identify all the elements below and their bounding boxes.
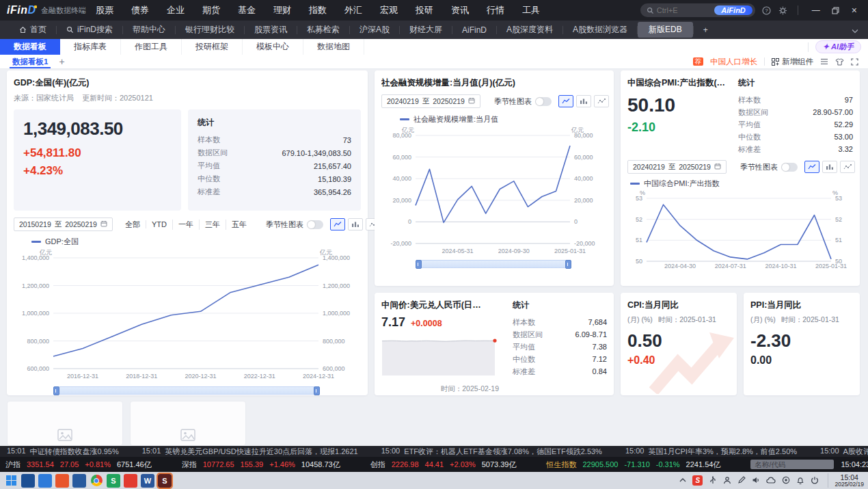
- power-icon[interactable]: [811, 476, 819, 484]
- search-input[interactable]: [655, 5, 709, 15]
- restore-button[interactable]: [831, 5, 841, 15]
- news-item[interactable]: 15:01中证转债指数收盘涨0.95%: [7, 447, 119, 457]
- chevron-down-icon[interactable]: [852, 24, 858, 36]
- fullscreen-icon[interactable]: [851, 58, 858, 66]
- top-menu-item[interactable]: 期货: [202, 4, 220, 16]
- aifind-button[interactable]: AiFinD: [714, 5, 752, 15]
- hot-topic-link[interactable]: 中国人口增长: [710, 57, 757, 67]
- top-menu-item[interactable]: 资讯: [451, 4, 469, 16]
- speaker-icon[interactable]: [752, 476, 760, 484]
- news-ticker[interactable]: 15:01中证转债指数收盘涨0.95%15:01英镑兑美元GBP/USD快速拉升…: [0, 446, 868, 457]
- nav-tab[interactable]: 新版EDB: [638, 22, 693, 38]
- placeholder-widget[interactable]: [7, 401, 123, 446]
- index-quote-创指[interactable]: 创指2226.9844.41+2.03%5073.39亿: [370, 460, 517, 470]
- nav-tab[interactable]: 沪深A股: [350, 22, 399, 38]
- nav-tab[interactable]: A股数据浏览器: [563, 22, 637, 38]
- top-menu-item[interactable]: 债券: [131, 4, 149, 16]
- close-button[interactable]: ×: [847, 5, 861, 16]
- minimize-button[interactable]: —: [808, 7, 824, 14]
- tab-投研框架[interactable]: 投研框架: [182, 39, 243, 55]
- top-menu-item[interactable]: 行情: [487, 4, 504, 16]
- top-menu-item[interactable]: 指数: [309, 4, 327, 16]
- bar-chart-button[interactable]: [348, 218, 363, 230]
- app-steel[interactable]: [72, 474, 86, 488]
- ai-assistant-button[interactable]: ✦ AI助手: [815, 40, 861, 53]
- tray-chevron-up-icon[interactable]: [679, 477, 686, 483]
- news-item[interactable]: 15:00英国1月CPI年率3%，预期2.8%，前值2.50%: [625, 447, 797, 457]
- nav-tab[interactable]: 首页: [10, 22, 56, 38]
- user-icon[interactable]: [723, 476, 731, 484]
- app-red[interactable]: [124, 474, 137, 488]
- usb-icon[interactable]: [709, 476, 717, 484]
- nav-tab[interactable]: iFinD搜索: [57, 22, 122, 38]
- add-dashboard-button[interactable]: +: [59, 56, 64, 67]
- top-menu-item[interactable]: 基金: [238, 4, 256, 16]
- active-app[interactable]: S: [158, 474, 172, 488]
- range-preset[interactable]: 五年: [226, 220, 252, 230]
- nav-tab[interactable]: AiFinD: [452, 23, 496, 37]
- range-preset[interactable]: 三年: [199, 220, 226, 230]
- tab-模板中心[interactable]: 模板中心: [243, 39, 303, 55]
- news-item[interactable]: 15:00ETF收评：机器人ETF基金领涨7.08%，德国ETF领跌2.53%: [381, 447, 602, 457]
- dashboard-tab[interactable]: 数据看板1: [10, 55, 51, 68]
- gdp-range-slider[interactable]: [53, 386, 320, 395]
- range-preset[interactable]: YTD: [146, 220, 172, 228]
- line-chart-button[interactable]: [558, 95, 573, 107]
- shrz-range-slider[interactable]: [416, 260, 571, 268]
- taskbar-clock[interactable]: 15:04 2025/02/19: [828, 473, 864, 488]
- line-chart-button[interactable]: [804, 161, 819, 173]
- scatter-chart-button[interactable]: [594, 95, 609, 107]
- date-range-picker[interactable]: 20150219 至 20250219: [14, 217, 113, 231]
- nav-tab[interactable]: 银行理财比较: [176, 22, 244, 38]
- pen-icon[interactable]: [737, 476, 746, 484]
- sogou-input-icon[interactable]: S: [692, 475, 703, 486]
- news-item[interactable]: 15:01英镑兑美元GBP/USD快速拉升近30点后回落，现报1.2621: [142, 447, 358, 457]
- index-quote-恒生指数[interactable]: 恒生指数22905.500-71.310-0.31%2241.54亿: [546, 460, 720, 470]
- app-green[interactable]: S: [107, 474, 120, 488]
- nav-tab[interactable]: 帮助中心: [123, 22, 175, 38]
- settings-gear-icon[interactable]: [778, 5, 788, 15]
- tab-指标库表[interactable]: 指标库表: [60, 39, 121, 55]
- top-menu-item[interactable]: 投研: [416, 4, 433, 16]
- news-item[interactable]: 15:00A股收评：创业板指低开高走涨超2%，全市场超4600只个股上涨: [820, 447, 868, 457]
- bell-icon[interactable]: [796, 476, 804, 484]
- record-icon[interactable]: [782, 476, 790, 484]
- date-range-picker[interactable]: 20240219 至 20250219: [627, 160, 727, 174]
- range-preset[interactable]: 一年: [172, 220, 199, 230]
- help-icon[interactable]: ?: [762, 5, 772, 15]
- placeholder-widget[interactable]: [130, 401, 246, 446]
- bar-chart-button[interactable]: [576, 95, 591, 107]
- word-app[interactable]: W: [141, 474, 154, 488]
- date-range-picker[interactable]: 20240219 至 20250219: [381, 94, 480, 108]
- bar-chart-button[interactable]: [822, 161, 837, 173]
- add-widget-button[interactable]: 新增组件: [772, 57, 813, 67]
- scatter-chart-button[interactable]: [840, 161, 855, 173]
- app-navy[interactable]: [21, 474, 35, 488]
- tab-作图工具[interactable]: 作图工具: [121, 39, 182, 55]
- line-chart-button[interactable]: [330, 218, 345, 230]
- seasonal-toggle[interactable]: [781, 163, 798, 172]
- slider-handle-right[interactable]: [565, 260, 571, 269]
- start-button[interactable]: [4, 474, 18, 488]
- top-menu-item[interactable]: 工具: [522, 4, 540, 16]
- stock-code-input[interactable]: [750, 460, 834, 469]
- nav-tab[interactable]: 私募检索: [297, 22, 349, 38]
- seasonal-toggle[interactable]: [307, 220, 323, 229]
- ifind-logo[interactable]: iFinD: [7, 4, 36, 16]
- slider-handle-left[interactable]: [53, 386, 59, 395]
- slider-handle-right[interactable]: [314, 386, 320, 395]
- range-preset[interactable]: 全部: [120, 220, 146, 230]
- global-search[interactable]: AiFinD: [640, 3, 755, 17]
- seasonal-toggle[interactable]: [535, 97, 552, 106]
- top-menu-item[interactable]: 理财: [273, 4, 291, 16]
- index-quote-深指[interactable]: 深指10772.65155.39+1.46%10458.73亿: [182, 460, 340, 470]
- top-menu-item[interactable]: 宏观: [380, 4, 398, 16]
- nav-tab[interactable]: A股深度资料: [497, 22, 562, 38]
- nav-add-tab-button[interactable]: +: [694, 23, 718, 37]
- cloud-icon[interactable]: [766, 477, 776, 484]
- top-menu-item[interactable]: 股票: [96, 4, 113, 16]
- nav-tab[interactable]: 股票资讯: [245, 22, 297, 38]
- index-quote-沪指[interactable]: 沪指3351.5427.05+0.81%6751.46亿: [5, 460, 152, 470]
- app-orange[interactable]: [55, 474, 69, 488]
- theme-skin-icon[interactable]: [835, 58, 844, 66]
